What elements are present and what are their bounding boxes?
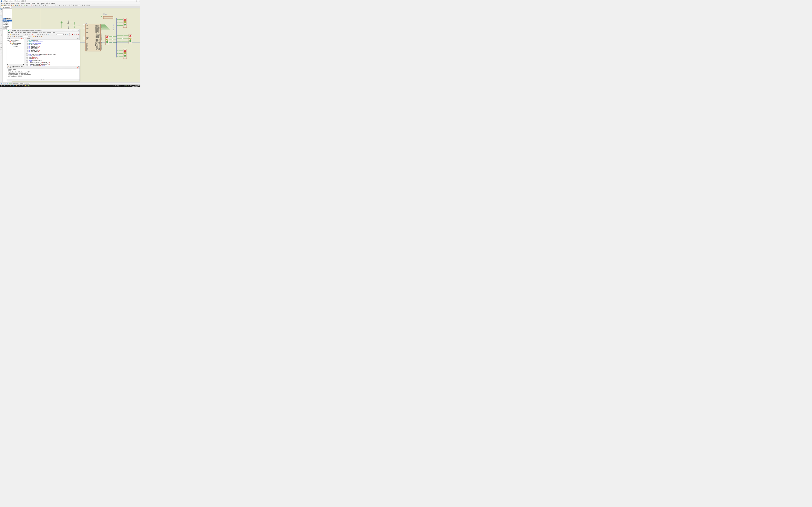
open-icon[interactable]: 📂	[2, 4, 4, 6]
rotation-angle[interactable]: 0°	[0, 55, 2, 57]
new-icon[interactable]: 🗋	[0, 4, 2, 6]
pause-button[interactable]: ❚❚	[4, 83, 6, 84]
traffic-light-left[interactable]	[106, 35, 109, 45]
mirror-h-icon[interactable]: ↔	[0, 57, 2, 59]
explorer-icon[interactable]: 📁	[15, 85, 18, 87]
c2-symbol[interactable]	[67, 27, 69, 29]
rp1-ref[interactable]: RP1	[103, 13, 105, 14]
uv-breakpoint-icon[interactable]: ●	[71, 34, 73, 35]
generator-tool-icon[interactable]: ⊙	[0, 30, 2, 31]
selection-tool-icon[interactable]: ▶	[0, 8, 2, 10]
subcircuit-tool-icon[interactable]: ▭	[0, 20, 2, 22]
home-icon[interactable]: 🏠	[11, 4, 12, 6]
netlist-icon[interactable]: 🗎	[20, 4, 22, 6]
tool7-icon[interactable]: ◪	[88, 4, 90, 6]
marker-tool-icon[interactable]: ✛	[0, 49, 2, 50]
uv-new-icon[interactable]: 🗋	[7, 34, 9, 35]
rotate-ccw-icon[interactable]: ↺	[0, 53, 2, 55]
panel-close-icon[interactable]: ✕	[23, 38, 24, 39]
page-icon[interactable]: 📄	[28, 4, 30, 6]
uv-translate-icon[interactable]: ⚙	[7, 36, 9, 38]
minimize-button[interactable]: —	[133, 0, 134, 2]
uv-save-icon[interactable]: 💾	[11, 34, 13, 35]
uv-bookmark-next-icon[interactable]: ⬇	[35, 34, 37, 35]
uv-outdent-icon[interactable]: ⇤	[42, 34, 43, 35]
step-button[interactable]: ▶|	[2, 83, 4, 84]
mail-icon[interactable]: ✉	[21, 85, 24, 87]
sheet-indicator[interactable]: ROOT - Root sheet 1	[19, 83, 31, 84]
uv-incremental-find-icon[interactable]: 🔎	[66, 34, 68, 35]
uv-copy-icon[interactable]: ⎘	[18, 34, 19, 35]
rp1-component[interactable]	[103, 16, 113, 19]
uv-target-select[interactable]: Target 1	[18, 36, 30, 38]
proj-tab-templates[interactable]: 0. Te...	[19, 65, 23, 67]
menu-debug[interactable]: 调试(D)	[31, 2, 36, 4]
volume-icon[interactable]: 🔊	[124, 85, 126, 87]
tab-schematic[interactable]: ⚡ 原理图绘制 ✕	[0, 6, 11, 8]
uv-comment-icon[interactable]: //	[44, 34, 45, 35]
text-tool-icon[interactable]: 📄	[0, 16, 2, 18]
search-icon[interactable]: 🔍	[3, 85, 6, 87]
pan-icon[interactable]: ✥	[39, 4, 40, 6]
u1-chip[interactable]: XTAL1XTAL2RSTPSENALEEAP1.0P1.1P1.2P1.3P1…	[86, 24, 101, 51]
database-icon[interactable]: 🗃	[26, 4, 28, 6]
arc-tool-icon[interactable]: ⌒	[0, 41, 2, 43]
uv-undo-icon[interactable]: ↶	[22, 34, 24, 35]
uv-close-button[interactable]: ✕	[78, 30, 79, 31]
line-tool-icon[interactable]: ╱	[0, 35, 2, 37]
pick-icon[interactable]: ⌖	[67, 4, 68, 6]
uv-uncomment-icon[interactable]: /x	[45, 34, 47, 35]
search-icon[interactable]: 🔍	[69, 4, 70, 6]
start-button[interactable]	[0, 85, 3, 87]
uvision-title-bar[interactable]: C:\Users\Alex Greenall\Desktop\keshe\tra…	[7, 30, 80, 32]
uvision-window[interactable]: C:\Users\Alex Greenall\Desktop\keshe\tra…	[7, 29, 80, 80]
menu-file[interactable]: 文件(F)	[0, 2, 5, 4]
ime-icon[interactable]: 中	[128, 85, 129, 87]
clock[interactable]: 23:56 2021/12/22	[132, 85, 138, 87]
menu-graph[interactable]: 图形(G)	[26, 2, 31, 4]
uv-saveall-icon[interactable]: 🗃	[13, 34, 15, 35]
uv-nav-back-icon[interactable]: ←	[27, 34, 29, 35]
tool1-icon[interactable]: ▣	[75, 4, 77, 6]
pcb-icon[interactable]: ▦	[14, 4, 16, 6]
keyboard-icon[interactable]: ⌨	[130, 85, 132, 87]
battery-icon[interactable]: 🔋	[126, 85, 128, 87]
traffic-light-bottom[interactable]	[123, 49, 127, 59]
tool6-icon[interactable]: ◫	[86, 4, 88, 6]
grid-icon[interactable]: ▦	[35, 4, 37, 6]
copy-icon[interactable]: ⎘	[55, 4, 56, 6]
origin-icon[interactable]: ✛	[37, 4, 39, 6]
cortana-icon[interactable]: ○	[6, 85, 9, 87]
weather-widget[interactable]: 🌤 -1°C 多云	[113, 85, 119, 87]
menu-help[interactable]: 帮助(H)	[50, 2, 55, 4]
terminal-tool-icon[interactable]: ⊸	[0, 22, 2, 23]
uv-bp-kill-all-icon[interactable]: ⊗	[77, 34, 79, 35]
tool4-icon[interactable]: ▤	[82, 4, 83, 6]
uv-open-icon[interactable]: 📂	[9, 34, 11, 35]
tool2-icon[interactable]: ⚒	[77, 4, 79, 6]
bus-line[interactable]	[116, 18, 117, 57]
editor-tab-main[interactable]: 📄 main.c	[24, 38, 31, 39]
code-editor[interactable]: 12345678910111213141516171819 #include<r…	[24, 40, 80, 66]
probe-tool-icon[interactable]: ⤳	[0, 32, 2, 33]
uv-debug-icon[interactable]: 🐞▸	[69, 34, 71, 35]
uv-menu-window[interactable]: Window	[47, 32, 52, 33]
bus-tool-icon[interactable]: ╪	[0, 18, 2, 20]
print-icon[interactable]: 🖶	[8, 4, 10, 6]
symbol-tool-icon[interactable]: ▣	[0, 47, 2, 48]
uv-paste-icon[interactable]: 📋	[19, 34, 21, 35]
system-tray[interactable]: 🌤 -1°C 多云 ˄ ☁ 🖧 🔊 🔋 中 ⌨ 23:56 2021/12/22…	[112, 85, 140, 87]
uv-pack-icon[interactable]: 📦	[41, 36, 42, 38]
rotate-cw-icon[interactable]: ↻	[0, 51, 2, 53]
uv-options-icon[interactable]: 🔧	[30, 36, 32, 38]
proteus-task-icon[interactable]: ⚡	[24, 85, 27, 87]
block-delete-icon[interactable]: 🗑	[64, 4, 66, 6]
uvision-task-icon[interactable]: 🟩	[27, 85, 30, 87]
uv-menu-project[interactable]: Project	[18, 32, 22, 33]
uv-build-icon[interactable]: 🔨	[9, 36, 11, 38]
box-tool-icon[interactable]: ▭	[0, 37, 2, 39]
text2-tool-icon[interactable]: A	[0, 45, 2, 46]
menu-view[interactable]: 视图(V)	[10, 2, 15, 4]
build-output-text[interactable]: compiling main.c...linking...Program Siz…	[7, 68, 80, 79]
output-close-icon[interactable]: ✕	[78, 67, 79, 68]
